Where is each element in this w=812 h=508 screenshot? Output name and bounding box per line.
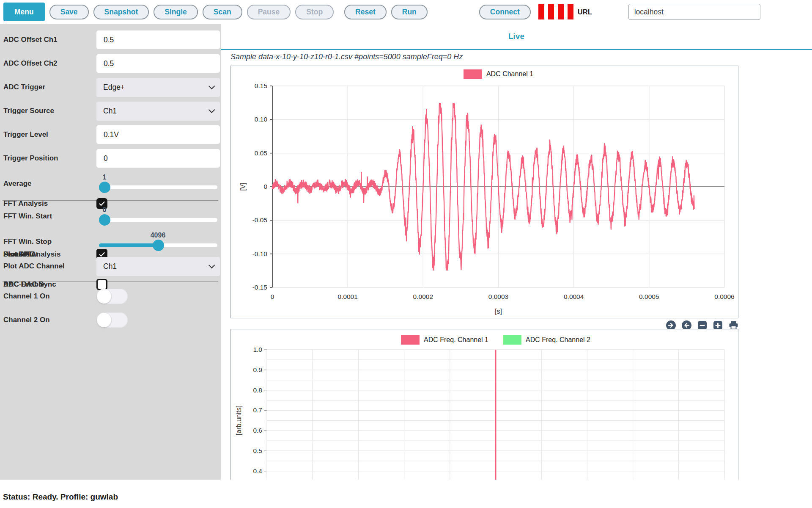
x-tick-label: 0.0002 <box>413 293 433 300</box>
time-domain-chart: ADC Channel 1 00.00010.00020.00030.00040… <box>230 66 738 318</box>
slider-track[interactable] <box>99 218 217 222</box>
average-slider-thumb[interactable] <box>99 182 110 193</box>
trigger-source-select[interactable]: Ch1 <box>96 102 220 121</box>
adc-trigger-value: Edge+ <box>103 83 125 92</box>
scan-button[interactable]: Scan <box>203 5 242 19</box>
tab-bar: Live <box>221 24 812 50</box>
channel-1-on-label: Channel 1 On <box>3 292 50 301</box>
sidebar-row-adc-offset-ch2: ADC Offset Ch2 <box>0 52 221 75</box>
stop-button: Stop <box>295 5 334 19</box>
y-axis-title: [arb.units] <box>235 406 242 435</box>
y-tick-label: 0.4 <box>253 467 262 475</box>
y-tick-label: 0.5 <box>253 447 262 454</box>
y-tick-label: 0.15 <box>255 82 267 89</box>
fft-win-stop-label: FFT Win. Stop <box>3 237 52 246</box>
url-input[interactable] <box>628 4 760 20</box>
sidebar-row-trigger-position: Trigger Position <box>0 146 221 170</box>
fft-win-start-label: FFT Win. Start <box>3 212 52 221</box>
x-tick-label: 0.0001 <box>337 293 357 300</box>
sidebar-row-adc-offset-ch1: ADC Offset Ch1 <box>0 28 221 52</box>
adc-offset-ch1-label: ADC Offset Ch1 <box>3 36 58 44</box>
main-area: Live Sample data-x-10-y-10-z10-r0-1.csv … <box>221 24 812 480</box>
x-tick-label: 0.0005 <box>639 293 659 300</box>
time-domain-plot: 00.00010.00020.00030.00040.00050.00060.1… <box>231 66 738 318</box>
channel-2-on-toggle[interactable] <box>96 312 128 328</box>
fft-win-start-slider[interactable]: 0 <box>99 207 217 226</box>
y-tick-label: 0.7 <box>253 406 262 414</box>
chart-title: Sample data-x-10-y-10-z10-r0-1.csv #poin… <box>230 52 463 61</box>
y-tick-label: -0.05 <box>252 216 267 224</box>
sidebar: ADC Offset Ch1ADC Offset Ch2ADC TriggerE… <box>0 24 221 480</box>
x-tick-label: 0.0004 <box>564 293 584 300</box>
status-text: Status: Ready. Profile: guwlab <box>3 492 118 502</box>
sidebar-row-channel-1-on: Channel 1 On <box>0 284 221 308</box>
chevron-down-icon <box>208 83 215 89</box>
sidebar-row-trigger-source: Trigger SourceCh1 <box>0 99 221 123</box>
y-tick-label: 0.10 <box>255 116 268 123</box>
toggle-knob <box>97 289 111 304</box>
frequency-chart: ADC Freq. Channel 1 ADC Freq. Channel 2 … <box>230 329 738 480</box>
plot-adc-channel-label: Plot ADC Channel <box>3 262 65 271</box>
trigger-position-input[interactable] <box>96 149 220 168</box>
adc-offset-ch1-input[interactable] <box>96 30 220 49</box>
fft-win-stop-value: 4096 <box>151 232 166 239</box>
sidebar-row-channel-2-on: Channel 2 On <box>0 308 221 332</box>
channel-1-on-control <box>96 289 220 304</box>
channel-2-on-label: Channel 2 On <box>3 316 50 324</box>
snapshot-button[interactable]: Snapshot <box>93 5 149 19</box>
x-axis-title: [s] <box>495 308 502 315</box>
adc-trigger-label: ADC Trigger <box>3 83 45 91</box>
single-button[interactable]: Single <box>154 5 198 19</box>
red-bar <box>558 4 564 19</box>
trigger-level-control <box>96 125 220 144</box>
y-tick-label: -0.15 <box>252 284 267 291</box>
sidebar-row-adc-trigger: ADC TriggerEdge+ <box>0 75 221 99</box>
y-tick-label: 1.0 <box>253 346 262 353</box>
fft-win-stop-slider[interactable]: 4096 <box>99 232 217 251</box>
menu-button[interactable]: Menu <box>3 3 45 21</box>
plot-adc-channel-value: Ch1 <box>103 262 117 271</box>
y-tick-label: 0.8 <box>253 387 262 394</box>
save-button[interactable]: Save <box>49 5 89 19</box>
adc-offset-ch1-control <box>96 30 220 49</box>
frequency-plot: 1.00.90.80.70.60.50.4[arb.units] <box>231 329 738 480</box>
connect-button[interactable]: Connect <box>479 5 531 19</box>
trigger-position-label: Trigger Position <box>3 154 58 163</box>
y-tick-label: -0.10 <box>252 250 268 257</box>
chevron-down-icon <box>208 106 215 113</box>
sidebar-row-plot-adc-channel: Plot ADC ChannelCh1 <box>0 254 221 278</box>
average-slider[interactable]: 1 <box>99 174 217 193</box>
y-tick-label: 0.6 <box>253 427 262 434</box>
trigger-level-input[interactable] <box>96 125 220 144</box>
fft-win-start-slider-thumb[interactable] <box>99 214 110 226</box>
status-bar: Status: Ready. Profile: guwlab <box>0 480 812 508</box>
tab-live[interactable]: Live <box>508 32 524 41</box>
average-label: Average <box>3 179 31 188</box>
toggle-knob <box>97 313 111 327</box>
run-button[interactable]: Run <box>391 5 428 19</box>
plot-adc-channel-select[interactable]: Ch1 <box>96 257 220 276</box>
sidebar-row-trigger-level: Trigger Level <box>0 123 221 146</box>
trigger-level-label: Trigger Level <box>3 130 48 139</box>
connection-status-icon <box>538 4 573 19</box>
x-tick-label: 0.0003 <box>488 293 508 300</box>
trigger-source-control: Ch1 <box>96 102 220 121</box>
adc-offset-ch2-label: ADC Offset Ch2 <box>3 59 58 68</box>
reset-button[interactable]: Reset <box>344 5 387 19</box>
y-tick-label: 0.05 <box>255 149 267 157</box>
slider-fill <box>99 243 159 247</box>
channel-1-on-toggle[interactable] <box>96 289 128 304</box>
adc-trigger-select[interactable]: Edge+ <box>96 78 220 97</box>
slider-track[interactable] <box>99 185 217 189</box>
red-bar <box>538 4 544 19</box>
sidebar-row-fft-win-start: FFT Win. Start0 <box>0 204 221 229</box>
y-tick-label: 0.9 <box>253 366 262 373</box>
app-root: MenuSaveSnapshotSingleScanPauseStopReset… <box>0 0 812 508</box>
adc-trigger-control: Edge+ <box>96 78 220 97</box>
pause-button: Pause <box>247 5 291 19</box>
trigger-position-control <box>96 149 220 168</box>
fft-win-start-control: 0 <box>96 207 220 226</box>
toolbar-buttons: MenuSaveSnapshotSingleScanPauseStopReset… <box>3 3 428 21</box>
x-tick-label: 0 <box>271 293 274 300</box>
adc-offset-ch2-input[interactable] <box>96 54 220 73</box>
